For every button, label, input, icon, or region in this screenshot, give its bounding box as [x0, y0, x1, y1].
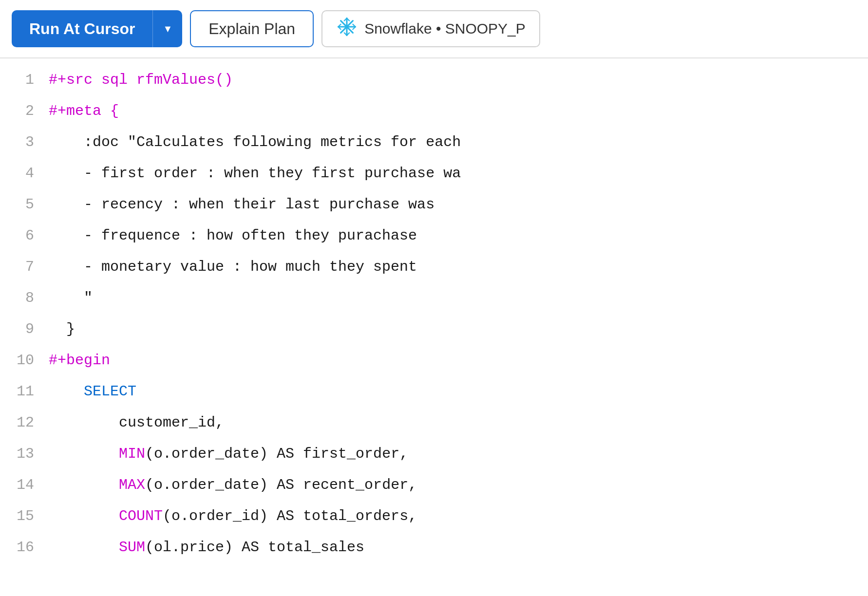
line-number: 4 — [0, 165, 49, 182]
table-row: 7 - monetary value : how much they spent — [0, 255, 868, 286]
table-row: 3 :doc "Calculates following metrics for… — [0, 130, 868, 162]
line-content: #+src sql rfmValues() — [49, 69, 233, 91]
table-row: 15 COUNT(o.order_id) AS total_orders, — [0, 504, 868, 536]
toolbar: Run At Cursor ▼ Explain Plan — [0, 0, 868, 58]
line-number: 5 — [0, 196, 49, 213]
line-content: " — [49, 287, 93, 309]
line-number: 8 — [0, 290, 49, 306]
line-number: 3 — [0, 134, 49, 150]
line-content: :doc "Calculates following metrics for e… — [49, 131, 461, 153]
line-content: SELECT — [49, 381, 136, 403]
line-number: 2 — [0, 103, 49, 119]
line-number: 6 — [0, 227, 49, 244]
explain-plan-button[interactable]: Explain Plan — [190, 10, 314, 47]
line-content: customer_id, — [49, 412, 224, 434]
line-number: 16 — [0, 539, 49, 556]
table-row: 5 - recency : when their last purchase w… — [0, 193, 868, 224]
line-number: 1 — [0, 72, 49, 88]
table-row: 12 customer_id, — [0, 411, 868, 442]
table-row: 10#+begin — [0, 349, 868, 380]
chevron-down-icon: ▼ — [163, 23, 172, 35]
snowflake-connection-button[interactable]: Snowflake • SNOOPY_P — [321, 10, 540, 47]
table-row: 2#+meta { — [0, 99, 868, 130]
line-content: - frequence : how often they purachase — [49, 225, 417, 247]
line-content: - monetary value : how much they spent — [49, 256, 417, 278]
line-number: 11 — [0, 383, 49, 400]
table-row: 8 " — [0, 286, 868, 317]
line-content: - first order : when they first purchase… — [49, 163, 461, 185]
code-editor[interactable]: 1#+src sql rfmValues()2#+meta {3 :doc "C… — [0, 58, 868, 596]
line-number: 9 — [0, 321, 49, 337]
snowflake-label: Snowflake • SNOOPY_P — [364, 20, 526, 37]
line-content: COUNT(o.order_id) AS total_orders, — [49, 505, 417, 527]
line-number: 14 — [0, 477, 49, 493]
run-button-group: Run At Cursor ▼ — [12, 10, 182, 47]
line-content: MIN(o.order_date) AS first_order, — [49, 443, 408, 465]
line-number: 10 — [0, 352, 49, 369]
snowflake-icon — [336, 16, 358, 42]
table-row: 16 SUM(ol.price) AS total_sales — [0, 536, 868, 567]
line-number: 12 — [0, 414, 49, 431]
line-number: 15 — [0, 508, 49, 524]
run-dropdown-button[interactable]: ▼ — [152, 10, 182, 47]
run-at-cursor-button[interactable]: Run At Cursor — [12, 10, 152, 47]
line-content: } — [49, 318, 75, 340]
line-content: MAX(o.order_date) AS recent_order, — [49, 474, 417, 496]
table-row: 14 MAX(o.order_date) AS recent_order, — [0, 473, 868, 504]
line-content: #+meta { — [49, 100, 119, 122]
table-row: 9 } — [0, 317, 868, 349]
line-number: 13 — [0, 446, 49, 462]
table-row: 13 MIN(o.order_date) AS first_order, — [0, 442, 868, 473]
line-content: #+begin — [49, 350, 110, 372]
table-row: 1#+src sql rfmValues() — [0, 68, 868, 99]
table-row: 6 - frequence : how often they purachase — [0, 224, 868, 255]
table-row: 4 - first order : when they first purcha… — [0, 162, 868, 193]
line-content: SUM(ol.price) AS total_sales — [49, 537, 364, 559]
table-row: 11 SELECT — [0, 380, 868, 411]
line-content: - recency : when their last purchase was — [49, 194, 434, 216]
line-number: 7 — [0, 259, 49, 275]
